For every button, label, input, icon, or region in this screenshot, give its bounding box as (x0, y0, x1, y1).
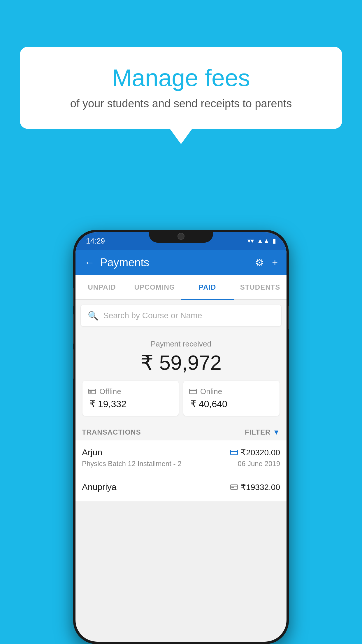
search-bar[interactable]: 🔍 Search by Course or Name (81, 305, 281, 326)
tabs-bar: UNPAID UPCOMING PAID STUDENTS (75, 275, 287, 300)
payment-total-amount: ₹ 59,972 (81, 351, 281, 375)
transaction-date: 06 June 2019 (238, 460, 280, 468)
online-amount: ₹ 40,640 (189, 398, 227, 410)
payment-cards: Offline ₹ 19,332 (82, 381, 280, 416)
power-button (288, 306, 289, 329)
online-icon (189, 387, 197, 396)
transaction-amount-row: ₹19332.00 (230, 482, 280, 492)
add-icon[interactable]: + (272, 257, 278, 268)
transaction-row1: Arjun ₹20320.00 (82, 447, 280, 457)
svg-rect-2 (89, 391, 92, 393)
tab-unpaid[interactable]: UNPAID (75, 275, 128, 300)
battery-icon: ▮ (273, 237, 276, 245)
transaction-item[interactable]: Arjun ₹20320.00 (75, 440, 287, 475)
filter-icon: ▼ (273, 428, 280, 436)
search-placeholder: Search by Course or Name (103, 311, 202, 320)
speech-bubble-subtitle: of your students and send receipts to pa… (43, 97, 319, 110)
front-camera (178, 233, 184, 240)
transaction-amount: ₹19332.00 (241, 482, 280, 492)
offline-icon (88, 387, 96, 396)
page-title: Payments (100, 256, 149, 269)
svg-rect-0 (89, 389, 96, 394)
volume-up-button (73, 288, 74, 306)
speech-bubble-container: Manage fees of your students and send re… (20, 47, 342, 144)
transaction-row2: Physics Batch 12 Installment - 2 06 June… (82, 460, 280, 468)
phone-notch (149, 230, 213, 243)
payment-summary: Payment received ₹ 59,972 (75, 331, 287, 422)
volume-down-button (73, 314, 74, 344)
tab-upcoming[interactable]: UPCOMING (128, 275, 181, 300)
offline-card: Offline ₹ 19,332 (82, 381, 179, 416)
tab-paid[interactable]: PAID (181, 275, 234, 300)
payment-received-label: Payment received (81, 340, 281, 349)
offline-card-header: Offline (88, 387, 121, 396)
speech-bubble-pointer (170, 129, 192, 144)
filter-label-text: FILTER (245, 428, 270, 436)
header-left: ← Payments (84, 256, 149, 269)
header-right: ⚙ + (255, 257, 278, 268)
svg-rect-7 (231, 485, 238, 489)
transaction-item[interactable]: Anupriya ₹19332.00 (75, 475, 287, 502)
svg-rect-3 (189, 389, 196, 394)
search-icon: 🔍 (88, 311, 99, 321)
offline-label: Offline (99, 387, 121, 396)
signal-icon: ▲▲ (257, 237, 270, 245)
phone-frame: 14:29 ▾▾ ▲▲ ▮ ← Payments ⚙ + (73, 230, 289, 644)
volume-extra-button (73, 349, 74, 379)
back-button[interactable]: ← (84, 256, 95, 269)
transactions-label: TRANSACTIONS (82, 428, 141, 436)
phone-container: 14:29 ▾▾ ▲▲ ▮ ← Payments ⚙ + (73, 230, 289, 644)
tab-students[interactable]: STUDENTS (234, 275, 287, 300)
offline-payment-icon (230, 483, 238, 492)
transaction-name: Anupriya (82, 482, 116, 492)
transaction-list: Arjun ₹20320.00 (75, 440, 287, 502)
content-area: 🔍 Search by Course or Name Payment recei… (75, 300, 287, 502)
settings-icon[interactable]: ⚙ (255, 257, 264, 268)
app-header: ← Payments ⚙ + (75, 250, 287, 275)
online-card-header: Online (189, 387, 222, 396)
transaction-amount-row: ₹20320.00 (230, 448, 280, 457)
speech-bubble-title: Manage fees (43, 64, 319, 92)
payment-type-icon (230, 448, 238, 457)
transactions-header: TRANSACTIONS FILTER ▼ (75, 422, 287, 440)
status-icons: ▾▾ ▲▲ ▮ (247, 237, 276, 245)
transaction-amount: ₹20320.00 (241, 448, 280, 457)
online-card: Online ₹ 40,640 (183, 381, 280, 416)
filter-button[interactable]: FILTER ▼ (245, 428, 280, 436)
transaction-name: Arjun (82, 447, 102, 457)
phone-screen: 14:29 ▾▾ ▲▲ ▮ ← Payments ⚙ + (75, 232, 287, 642)
online-label: Online (200, 387, 222, 396)
svg-rect-9 (231, 487, 234, 488)
offline-amount: ₹ 19,332 (88, 398, 126, 410)
transaction-course: Physics Batch 12 Installment - 2 (82, 460, 181, 468)
svg-rect-5 (231, 450, 238, 455)
status-time: 14:29 (86, 237, 105, 246)
speech-bubble: Manage fees of your students and send re… (20, 47, 342, 129)
transaction-row1: Anupriya ₹19332.00 (82, 482, 280, 492)
wifi-icon: ▾▾ (247, 237, 254, 245)
